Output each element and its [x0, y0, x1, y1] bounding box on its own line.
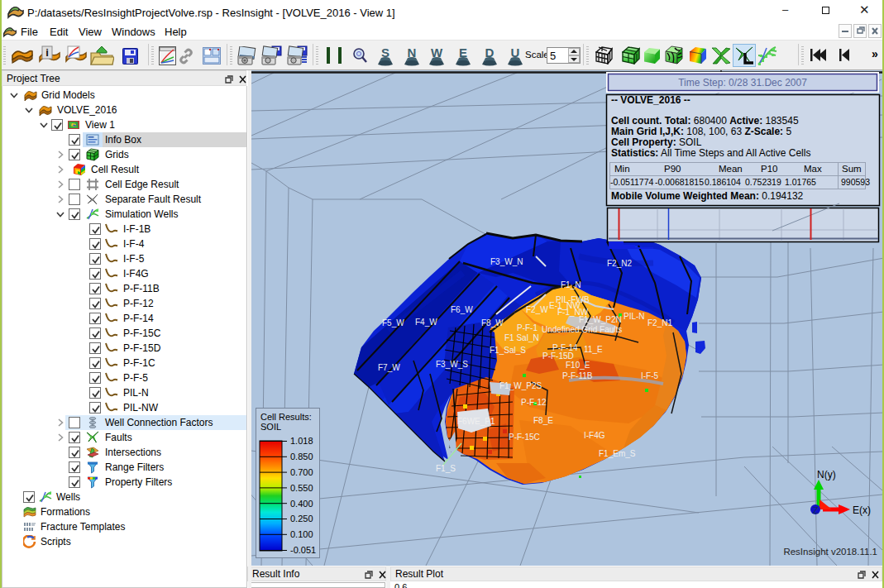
svg-text:F6_W: F6_W	[451, 305, 473, 314]
svg-text:0.752319: 0.752319	[745, 177, 781, 187]
svg-text:F6WE_P1: F6WE_P1	[457, 417, 495, 426]
svg-text:0.550: 0.550	[290, 483, 313, 493]
svg-text:F8_W: F8_W	[481, 318, 504, 327]
svg-text:Z: Z	[813, 505, 819, 515]
svg-text:E(x): E(x)	[853, 504, 871, 516]
svg-text:N(y): N(y)	[817, 469, 836, 480]
svg-text:0.700: 0.700	[290, 467, 313, 477]
svg-text:Mobile Volume Weighted Mean: 0: Mobile Volume Weighted Mean: 0.194132	[611, 190, 804, 202]
svg-text:Min: Min	[614, 164, 630, 174]
svg-text:F4_W: F4_W	[415, 318, 437, 327]
svg-text:F2_N2: F2_N2	[607, 259, 632, 268]
svg-text:F1_W_P2N: F1_W_P2N	[579, 315, 622, 324]
svg-text:Cell Property: SOIL: Cell Property: SOIL	[611, 136, 702, 148]
svg-text:F10_E: F10_E	[566, 361, 590, 370]
svg-text:F5_W: F5_W	[382, 318, 404, 327]
svg-text:F1_Em_S: F1_Em_S	[599, 449, 636, 458]
svg-text:F2_W: F2_W	[526, 305, 548, 314]
svg-text:P-F-12: P-F-12	[521, 398, 547, 407]
svg-text:0.186104: 0.186104	[705, 177, 741, 187]
svg-text:F1_N: F1_N	[561, 280, 581, 289]
svg-text:Mean: Mean	[719, 164, 743, 174]
svg-text:W: W	[431, 45, 443, 60]
svg-text:0.400: 0.400	[290, 499, 313, 509]
svg-text:11_E: 11_E	[584, 345, 603, 354]
svg-text:I-F-5: I-F-5	[641, 371, 659, 380]
svg-text:P90: P90	[664, 164, 681, 174]
svg-text:0.850: 0.850	[290, 452, 313, 461]
svg-text:0.100: 0.100	[290, 529, 313, 539]
svg-text:1.01765: 1.01765	[785, 177, 816, 187]
svg-text:F3_W_S: F3_W_S	[436, 360, 468, 369]
svg-text:Sum: Sum	[842, 164, 862, 174]
svg-text:F1_W_P2S: F1_W_P2S	[499, 381, 542, 390]
svg-text:990593: 990593	[841, 177, 870, 187]
svg-text:F7_W: F7_W	[378, 363, 400, 372]
svg-text:S: S	[381, 45, 389, 60]
svg-text:-- VOLVE_2016 --: -- VOLVE_2016 --	[611, 94, 690, 106]
svg-text:SOIL: SOIL	[260, 422, 281, 432]
svg-text:-0.00681815: -0.00681815	[655, 177, 704, 187]
svg-text:F1 Sal_N: F1 Sal_N	[504, 333, 539, 342]
svg-text:U: U	[511, 45, 520, 60]
svg-text:E: E	[459, 45, 467, 60]
svg-text:0.250: 0.250	[290, 514, 313, 523]
svg-text:P10: P10	[761, 164, 777, 174]
svg-text:P-F-15C: P-F-15C	[509, 433, 540, 442]
svg-text:PIL-N: PIL-N	[624, 312, 645, 321]
svg-text:D: D	[485, 45, 495, 60]
svg-text:F1_S: F1_S	[436, 464, 456, 473]
svg-text:P-F-14: P-F-14	[552, 343, 578, 352]
svg-text:Undefined Grid Faults: Undefined Grid Faults	[542, 325, 622, 334]
svg-text:1.018: 1.018	[290, 436, 313, 446]
svg-text:I-F4G: I-F4G	[584, 431, 605, 440]
svg-text:N: N	[408, 45, 417, 60]
svg-text:Cell Results:: Cell Results:	[260, 412, 312, 422]
svg-text:P-F-1: P-F-1	[517, 323, 538, 332]
svg-text:P-F-11B: P-F-11B	[562, 371, 593, 380]
svg-text:P-F-15D: P-F-15D	[542, 351, 574, 361]
svg-text:Main Grid I,J,K: 108, 100, 63: Main Grid I,J,K: 108, 100, 63 Z-Scale: 5	[611, 126, 791, 137]
svg-text:E-1_NW: E-1_NW	[549, 301, 581, 310]
svg-text:ResInsight v2018.11.1: ResInsight v2018.11.1	[783, 547, 877, 557]
svg-text:-0.051: -0.051	[290, 545, 316, 555]
svg-text:Statistics: All Time Steps and: Statistics: All Time Steps and All Activ…	[611, 147, 810, 159]
svg-text:F1_Sal_S: F1_Sal_S	[490, 346, 526, 355]
svg-text:-0.0511774: -0.0511774	[610, 177, 654, 187]
svg-text:Max: Max	[804, 164, 822, 174]
svg-text:F3_W_N: F3_W_N	[490, 257, 523, 266]
svg-text:F8_E: F8_E	[533, 416, 553, 425]
svg-text:F2_N1: F2_N1	[647, 318, 672, 327]
svg-text:Cell count. Total: 680400 Acti: Cell count. Total: 680400 Active: 183545	[611, 115, 799, 127]
svg-text:Time Step: 0/28 31.Dec 2007: Time Step: 0/28 31.Dec 2007	[678, 77, 807, 88]
